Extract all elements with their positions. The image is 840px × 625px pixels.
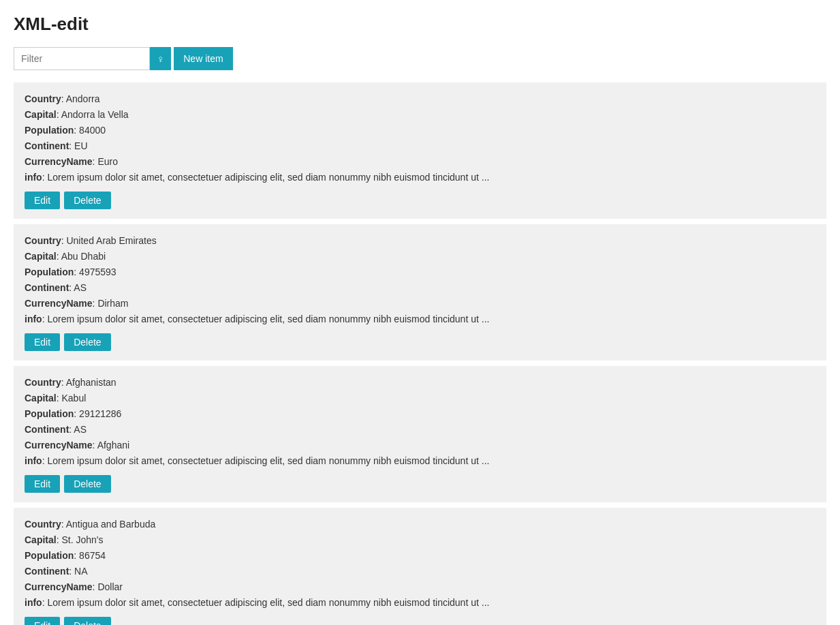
card-actions: Edit Delete <box>25 333 815 351</box>
population-label: Population <box>25 408 74 419</box>
population-label: Population <box>25 266 74 277</box>
card-capital-field: Capital: Abu Dhabi <box>25 249 815 264</box>
currency-label: CurrencyName <box>25 156 93 167</box>
list-item: Country: Afghanistan Capital: Kabul Popu… <box>14 366 826 502</box>
currency-value: Dirham <box>97 298 128 309</box>
edit-button[interactable]: Edit <box>25 617 60 625</box>
population-value: 29121286 <box>79 408 121 419</box>
country-value: Antigua and Barbuda <box>66 519 156 530</box>
continent-label: Continent <box>25 140 69 151</box>
currency-label: CurrencyName <box>25 298 93 309</box>
card-actions: Edit Delete <box>25 192 815 209</box>
population-value: 86754 <box>79 550 106 561</box>
capital-value: St. John's <box>61 534 103 545</box>
filter-icon: ♀ <box>157 53 164 65</box>
card-country-field: Country: Afghanistan <box>25 376 815 390</box>
cards-container: Country: Andorra Capital: Andorra la Vel… <box>14 82 826 625</box>
card-info-field: info: Lorem ipsum dolor sit amet, consec… <box>25 312 815 326</box>
population-value: 4975593 <box>79 266 116 277</box>
currency-label: CurrencyName <box>25 440 93 451</box>
filter-input[interactable] <box>14 47 150 70</box>
info-value: Lorem ipsum dolor sit amet, consectetuer… <box>47 172 489 183</box>
continent-label: Continent <box>25 282 69 293</box>
population-label: Population <box>25 550 74 561</box>
info-label: info <box>25 314 42 324</box>
continent-label: Continent <box>25 424 69 435</box>
capital-label: Capital <box>25 393 57 403</box>
card-country-field: Country: Andorra <box>25 92 815 106</box>
card-capital-field: Capital: Kabul <box>25 391 815 406</box>
currency-label: CurrencyName <box>25 581 93 592</box>
info-label: info <box>25 172 42 183</box>
card-country-field: Country: United Arab Emirates <box>25 234 815 248</box>
info-label: info <box>25 597 42 608</box>
currency-value: Dollar <box>97 581 123 592</box>
country-label: Country <box>25 377 61 388</box>
list-item: Country: Andorra Capital: Andorra la Vel… <box>14 82 826 219</box>
page-title: XML-edit <box>14 14 826 35</box>
country-value: United Arab Emirates <box>66 235 156 246</box>
new-item-button[interactable]: New item <box>174 47 232 70</box>
delete-button[interactable]: Delete <box>64 192 110 209</box>
card-population-field: Population: 4975593 <box>25 265 815 279</box>
info-value: Lorem ipsum dolor sit amet, consectetuer… <box>47 597 489 608</box>
currency-value: Euro <box>97 156 118 167</box>
continent-value: NA <box>74 566 87 577</box>
card-currency-field: CurrencyName: Dirham <box>25 296 815 311</box>
toolbar: ♀ New item <box>14 47 826 70</box>
card-population-field: Population: 86754 <box>25 549 815 563</box>
list-item: Country: United Arab Emirates Capital: A… <box>14 224 826 361</box>
country-value: Afghanistan <box>66 377 116 388</box>
delete-button[interactable]: Delete <box>64 333 110 351</box>
population-label: Population <box>25 125 74 136</box>
capital-label: Capital <box>25 251 57 262</box>
card-actions: Edit Delete <box>25 475 815 493</box>
capital-label: Capital <box>25 109 57 120</box>
continent-value: AS <box>74 424 87 435</box>
continent-value: AS <box>74 282 87 293</box>
card-population-field: Population: 84000 <box>25 123 815 138</box>
card-capital-field: Capital: Andorra la Vella <box>25 108 815 122</box>
card-currency-field: CurrencyName: Afghani <box>25 438 815 453</box>
card-info-field: info: Lorem ipsum dolor sit amet, consec… <box>25 596 815 610</box>
card-currency-field: CurrencyName: Euro <box>25 155 815 169</box>
capital-value: Kabul <box>61 393 86 403</box>
info-value: Lorem ipsum dolor sit amet, consectetuer… <box>47 314 489 324</box>
currency-value: Afghani <box>97 440 129 451</box>
capital-value: Andorra la Vella <box>61 109 129 120</box>
card-continent-field: Continent: AS <box>25 281 815 295</box>
continent-value: EU <box>74 140 87 151</box>
card-continent-field: Continent: AS <box>25 423 815 437</box>
card-info-field: info: Lorem ipsum dolor sit amet, consec… <box>25 454 815 468</box>
card-country-field: Country: Antigua and Barbuda <box>25 517 815 532</box>
country-value: Andorra <box>66 93 100 104</box>
capital-label: Capital <box>25 534 57 545</box>
list-item: Country: Antigua and Barbuda Capital: St… <box>14 508 826 625</box>
card-currency-field: CurrencyName: Dollar <box>25 580 815 594</box>
edit-button[interactable]: Edit <box>25 192 60 209</box>
card-info-field: info: Lorem ipsum dolor sit amet, consec… <box>25 170 815 185</box>
capital-value: Abu Dhabi <box>61 251 106 262</box>
population-value: 84000 <box>79 125 106 136</box>
country-label: Country <box>25 93 61 104</box>
card-capital-field: Capital: St. John's <box>25 533 815 547</box>
edit-button[interactable]: Edit <box>25 475 60 493</box>
info-label: info <box>25 455 42 466</box>
delete-button[interactable]: Delete <box>64 617 110 625</box>
card-actions: Edit Delete <box>25 617 815 625</box>
card-continent-field: Continent: NA <box>25 564 815 579</box>
card-population-field: Population: 29121286 <box>25 407 815 421</box>
info-value: Lorem ipsum dolor sit amet, consectetuer… <box>47 455 489 466</box>
continent-label: Continent <box>25 566 69 577</box>
edit-button[interactable]: Edit <box>25 333 60 351</box>
country-label: Country <box>25 519 61 530</box>
country-label: Country <box>25 235 61 246</box>
card-continent-field: Continent: EU <box>25 139 815 153</box>
filter-icon-button[interactable]: ♀ <box>150 47 171 70</box>
delete-button[interactable]: Delete <box>64 475 110 493</box>
